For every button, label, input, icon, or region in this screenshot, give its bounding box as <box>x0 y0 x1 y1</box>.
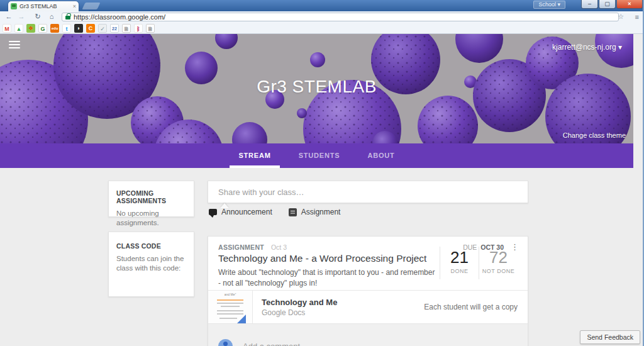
not-done-label: NOT DONE <box>479 268 518 274</box>
page-icon[interactable]: 🗎 <box>122 24 131 33</box>
doc-fold-corner <box>237 315 246 323</box>
tab-title: Gr3 STEMLAB <box>19 3 70 9</box>
url-bar[interactable]: https://classroom.google.com/ <box>62 13 619 21</box>
assignment-description: Write about "technology" that is importa… <box>218 267 437 289</box>
change-class-theme-link[interactable]: Change class theme <box>563 131 626 139</box>
post-actions: Announcement Assignment <box>209 208 350 216</box>
bookmark-star-icon[interactable]: ☆ <box>618 13 624 21</box>
not-done-count: 72 <box>479 248 518 267</box>
reload-icon[interactable]: ↻ <box>33 13 43 21</box>
window-controls: – ▢ × <box>580 0 643 9</box>
comment-row[interactable]: Add a comment… <box>208 323 528 346</box>
assignment-title-link[interactable]: Technology and Me - a Word Processing Pr… <box>218 253 426 264</box>
assignment-label: Assignment <box>301 208 341 216</box>
add-comment-placeholder: Add a comment… <box>243 342 308 346</box>
hamburger-menu-icon[interactable] <box>9 41 20 49</box>
attachment-type: Google Docs <box>262 308 337 317</box>
numbers-icon[interactable]: 22 <box>110 24 119 33</box>
tab-close-icon[interactable]: × <box>73 3 76 9</box>
attachment-title[interactable]: Technology and Me <box>262 298 337 307</box>
upcoming-assignments-body: No upcoming assignments. <box>116 209 186 228</box>
tab-stream[interactable]: STREAM <box>225 143 284 168</box>
browser-window: Gr3 STEMLAB × School ▾ – ▢ × ← → ↻ ⌂ htt… <box>0 0 644 346</box>
assignment-icon <box>289 208 297 216</box>
class-header-theme: kjarrett@ncs-nj.org ▾ Gr3 STEMLAB Change… <box>0 34 633 143</box>
doc-thumbnail: and Me" <box>208 291 253 323</box>
user-avatar <box>218 339 233 346</box>
classroom-page: kjarrett@ncs-nj.org ▾ Gr3 STEMLAB Change… <box>0 34 633 346</box>
check-app-icon[interactable]: ✓ <box>98 24 107 33</box>
account-email-menu[interactable]: kjarrett@ncs-nj.org ▾ <box>552 43 622 52</box>
upcoming-assignments-card: UPCOMING ASSIGNMENTS No upcoming assignm… <box>108 181 194 217</box>
chrome-menu-icon[interactable]: ≡ <box>635 13 639 21</box>
class-code-body: Students can join the class with this co… <box>116 254 186 273</box>
assignment-head: ASSIGNMENT Oct 3 <box>218 243 287 251</box>
announcement-button[interactable]: Announcement <box>209 208 272 216</box>
browser-toolbar: ← → ↻ ⌂ https://classroom.google.com/ ☆ … <box>0 11 644 23</box>
attachment-copy-note: Each student will get a copy <box>424 303 518 311</box>
url-text[interactable]: https://classroom.google.com/ <box>74 13 165 21</box>
close-button[interactable]: × <box>616 0 643 9</box>
new-tab-button[interactable] <box>82 3 100 9</box>
attachment-row[interactable]: and Me" Technology and Me Google Docs Ea… <box>208 290 528 323</box>
assignment-post-date: Oct 3 <box>271 243 287 251</box>
assignment-type-label: ASSIGNMENT <box>218 243 264 251</box>
upcoming-assignments-title: UPCOMING ASSIGNMENTS <box>116 189 186 204</box>
classroom-favicon <box>11 3 17 9</box>
dark-app-icon[interactable]: ◗ <box>74 24 83 33</box>
browser-titlebar: Gr3 STEMLAB × School ▾ – ▢ × <box>0 0 644 11</box>
class-code-card: CLASS CODE Students can join the class w… <box>108 232 194 297</box>
send-feedback-button[interactable]: Send Feedback <box>580 330 640 344</box>
announcement-label: Announcement <box>221 208 272 216</box>
announcement-icon <box>209 209 217 215</box>
class-code-title: CLASS CODE <box>116 242 186 250</box>
browser-tab[interactable]: Gr3 STEMLAB × <box>8 1 79 11</box>
c-app-icon[interactable]: C <box>86 24 95 33</box>
edu-icon[interactable]: edu <box>50 24 59 33</box>
gmail-icon[interactable]: M <box>3 24 11 33</box>
drive-icon[interactable]: ▲ <box>14 24 23 33</box>
minimize-button[interactable]: – <box>581 0 598 9</box>
class-navbar: STREAM STUDENTS ABOUT <box>0 143 633 168</box>
assignment-post-card: ASSIGNMENT Oct 3 DUE OCT 30 ⋮ Technology… <box>208 236 528 346</box>
assignment-stats: 21 DONE 72 NOT DONE <box>440 247 518 279</box>
stat-not-done[interactable]: 72 NOT DONE <box>479 247 518 279</box>
photos-icon[interactable]: ❖ <box>26 24 35 33</box>
share-placeholder: Share with your class… <box>218 187 304 197</box>
forward-icon[interactable]: → <box>16 13 26 20</box>
tab-students[interactable]: STUDENTS <box>285 143 354 168</box>
color-app-icon[interactable]: ᛒ <box>134 24 143 33</box>
doc-thumb-caption: and Me" <box>208 293 252 296</box>
maximize-button[interactable]: ▢ <box>599 0 616 9</box>
done-count: 21 <box>440 248 479 267</box>
attachment-meta: Technology and Me Google Docs <box>262 298 337 317</box>
https-lock-icon[interactable] <box>65 16 70 20</box>
stat-done[interactable]: 21 DONE <box>440 247 479 279</box>
assignment-button[interactable]: Assignment <box>289 208 341 216</box>
share-with-class-input[interactable]: Share with your class… <box>208 181 528 203</box>
done-label: DONE <box>440 268 479 274</box>
bookmarks-bar: M ▲ ❖ G edu t ◗ C ✓ 22 🗎 ᛒ 🗎 <box>0 23 644 34</box>
stream-content: UPCOMING ASSIGNMENTS No upcoming assignm… <box>0 168 633 346</box>
page-icon-2[interactable]: 🗎 <box>146 24 155 33</box>
chrome-profile-button[interactable]: School ▾ <box>533 1 565 9</box>
class-title: Gr3 STEMLAB <box>0 77 633 97</box>
google-icon[interactable]: G <box>38 24 47 33</box>
twitter-icon[interactable]: t <box>62 24 71 33</box>
tab-about[interactable]: ABOUT <box>353 143 408 168</box>
back-icon[interactable]: ← <box>4 13 14 20</box>
home-icon[interactable]: ⌂ <box>47 13 57 20</box>
